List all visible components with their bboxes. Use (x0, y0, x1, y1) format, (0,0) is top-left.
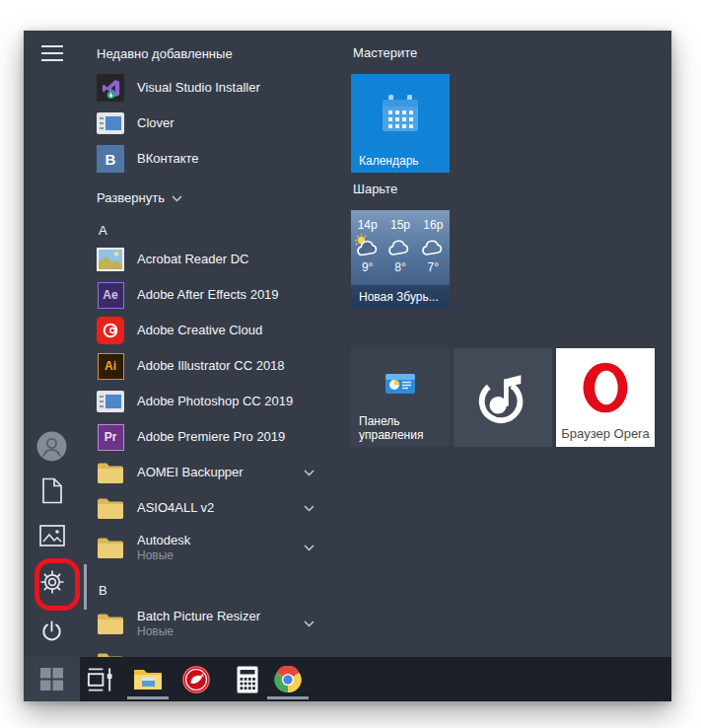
app-label: Autodesk (137, 533, 190, 548)
creative-cloud-icon (97, 317, 124, 344)
taskbar-file-explorer-button[interactable] (130, 657, 166, 701)
app-label: AOMEI Backupper (137, 465, 244, 480)
app-label: Adobe After Effects 2019 (137, 287, 279, 303)
tile-control-panel-label: Панель управления (359, 414, 444, 442)
weather-forecast-column: 15p8° (384, 218, 416, 274)
chevron-down-icon (172, 195, 182, 202)
rail-user-button[interactable] (24, 426, 80, 466)
weather-temp-label: 7° (417, 260, 450, 274)
app-list-item[interactable]: ASIO4ALL v2 (95, 490, 339, 526)
partly-sunny-icon (351, 234, 384, 257)
calendar-icon (378, 95, 423, 136)
app-label: Adobe Creative Cloud (137, 323, 262, 338)
hamburger-icon (40, 44, 64, 62)
app-list-item[interactable]: Battle.net (95, 645, 339, 657)
tile-group-title-2[interactable]: Шарьте (353, 182, 397, 196)
app-list-item[interactable]: Acrobat Reader DC (95, 242, 339, 277)
taskbar (24, 657, 671, 701)
rail-settings-button[interactable] (24, 562, 80, 602)
cloudy-icon (384, 234, 416, 257)
tile-calendar-label: Календарь (359, 154, 419, 168)
app-list-scrollbar[interactable] (84, 564, 87, 610)
weather-hour-label: 16p (417, 218, 450, 232)
pictures-icon (39, 525, 65, 546)
app-text: Visual Studio Installer (137, 80, 260, 96)
app-list-item[interactable]: Clover (95, 106, 339, 141)
running-indicator (267, 696, 309, 699)
opera-logo-icon (576, 356, 635, 419)
rail-menu-button[interactable] (24, 34, 80, 73)
recent-apps-rows: Visual Studio InstallerCloverBВКонтакте (95, 70, 339, 177)
after-effects-icon: Ae (97, 281, 124, 309)
start-button[interactable] (24, 657, 80, 701)
app-list-item[interactable]: AiAdobe Illustrator CC 2018 (95, 348, 339, 384)
chevron-down-icon[interactable] (295, 649, 322, 657)
folder-icon (97, 534, 124, 561)
file-explorer-icon (133, 668, 163, 692)
app-label: Batch Picture Resizer (137, 609, 260, 624)
tile-weather[interactable]: 14p9°15p8°16p7° Новая Збурь... (351, 210, 450, 309)
weather-location-label: Новая Збурь... (359, 290, 439, 304)
tile-music[interactable] (454, 348, 552, 447)
weather-hour-label: 15p (384, 218, 416, 232)
rail-pictures-button[interactable] (24, 516, 80, 555)
app-list-item[interactable]: Adobe Creative Cloud (95, 313, 339, 348)
app-list-item[interactable]: Visual Studio Installer (95, 70, 339, 106)
antivirus-icon (181, 665, 211, 694)
app-text: Batch Picture ResizerНовые (137, 609, 260, 639)
app-label: Adobe Photoshop CC 2019 (137, 394, 293, 409)
expand-label: Развернуть (97, 190, 165, 205)
app-text: ВКонтакте (137, 151, 199, 167)
app-text: Acrobat Reader DC (137, 252, 248, 267)
expand-button[interactable]: Развернуть (95, 185, 339, 209)
rail-documents-button[interactable] (24, 471, 80, 510)
weather-temp-label: 8° (384, 260, 416, 274)
tile-opera[interactable]: Браузер Opera (556, 348, 655, 447)
app-label: Acrobat Reader DC (137, 252, 248, 267)
app-text: AOMEI Backupper (137, 465, 244, 480)
app-label: Adobe Premiere Pro 2019 (137, 429, 285, 445)
app-list-item[interactable]: AOMEI Backupper (95, 455, 339, 490)
app-list-item[interactable]: AeAdobe After Effects 2019 (95, 277, 339, 313)
weather-temp-label: 9° (351, 260, 384, 274)
illustrator-icon: Ai (97, 352, 124, 380)
user-icon (36, 431, 67, 462)
app-list-item[interactable]: Batch Picture ResizerНовые (95, 602, 339, 645)
gear-icon (39, 569, 65, 595)
app-list-item[interactable]: Adobe Photoshop CC 2019 (95, 384, 339, 419)
taskbar-calculator-button[interactable] (230, 657, 265, 701)
tile-calendar[interactable]: Календарь (351, 74, 450, 173)
chevron-down-icon[interactable] (295, 534, 322, 561)
photo-icon (97, 246, 124, 273)
app-new-badge: Новые (137, 548, 190, 563)
calculator-icon (237, 666, 258, 693)
weather-forecast-column: 14p9° (351, 218, 384, 274)
app-window-icon (97, 109, 124, 137)
app-list-item[interactable]: AutodeskНовые (95, 526, 339, 569)
tile-opera-label: Браузер Opera (556, 426, 655, 441)
screenshot-root: Недавно добавленные Visual Studio Instal… (0, 0, 701, 728)
app-label: ВКонтакте (137, 151, 199, 167)
app-window-icon (97, 388, 124, 415)
windows-icon (39, 667, 64, 692)
app-list-item[interactable]: BВКонтакте (95, 141, 339, 177)
app-list-item[interactable]: PrAdobe Premiere Pro 2019 (95, 419, 339, 455)
taskbar-chrome-button[interactable] (270, 657, 306, 701)
alphabet-sections: AAcrobat Reader DCAeAdobe After Effects … (95, 218, 339, 657)
taskbar-antivirus-button[interactable] (178, 657, 214, 701)
taskbar-task-view-button[interactable] (82, 657, 117, 701)
app-label: Adobe Illustrator CC 2018 (137, 358, 285, 374)
rail-power-button[interactable] (24, 612, 80, 651)
chevron-down-icon[interactable] (295, 610, 322, 637)
start-menu-panel: Недавно добавленные Visual Studio Instal… (24, 31, 671, 701)
section-letter-B[interactable]: B (95, 578, 339, 602)
chrome-icon (274, 666, 302, 693)
folder-icon (97, 494, 124, 522)
tile-group-title-1[interactable]: Мастерите (353, 45, 417, 60)
tile-control-panel[interactable]: Панель управления (351, 348, 450, 447)
folder-icon (97, 649, 124, 657)
chevron-down-icon[interactable] (295, 494, 322, 522)
section-letter-A[interactable]: A (95, 218, 339, 242)
app-text: Clover (137, 115, 175, 131)
chevron-down-icon[interactable] (295, 459, 322, 486)
